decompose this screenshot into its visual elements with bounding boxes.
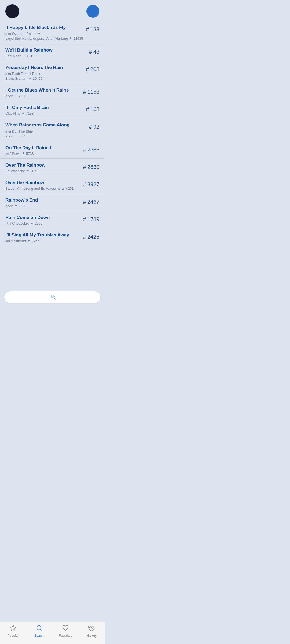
song-number: # 2383 xyxy=(83,145,99,153)
song-title: I'll Sing All My Troubles Away xyxy=(5,232,69,238)
song-item[interactable]: I Get the Blues When It Rains anon 7903 … xyxy=(0,83,105,101)
song-downloads: 7193 xyxy=(26,111,34,115)
song-title: If I Only Had a Brain xyxy=(5,105,49,111)
header xyxy=(0,0,105,21)
song-author: Clay Hine xyxy=(5,111,20,115)
nav-history[interactable]: History xyxy=(79,625,105,638)
download-icon xyxy=(28,77,32,80)
song-number: # 1739 xyxy=(83,215,99,222)
song-info: If I Only Had a Brain Clay Hine 7193 xyxy=(5,105,86,115)
song-number: # 3927 xyxy=(83,180,99,188)
song-author: Lloyd Steinkamp, or poss. Arlen/Harburg xyxy=(5,36,68,41)
app-logo[interactable] xyxy=(5,4,19,18)
song-meta: Phil Cheasebro 2606 xyxy=(5,221,80,225)
song-downloads: 2457 xyxy=(31,239,39,243)
song-title: Over the Rainbow xyxy=(5,180,44,186)
song-item[interactable]: Over the Rainbow Steven Armstrong and Ed… xyxy=(0,176,105,193)
song-downloads: 16102 xyxy=(27,54,36,58)
nav-search[interactable]: Search xyxy=(26,625,53,638)
download-icon xyxy=(27,239,30,243)
song-aka: aka Each Time it Rains xyxy=(5,72,41,76)
search-label: Search xyxy=(34,634,44,638)
song-author: Ed Waesche xyxy=(5,169,25,173)
song-aka: aka Don't be Blue xyxy=(5,129,33,133)
song-title: Over The Rainbow xyxy=(5,162,45,168)
song-author: anon xyxy=(5,134,13,138)
song-title-line: We'll Build a Rainbow xyxy=(5,47,86,53)
song-item[interactable]: I'll Sing All My Troubles Away Jake Shea… xyxy=(0,228,105,246)
song-item[interactable]: When Raindrops Come Along aka Don't be B… xyxy=(0,118,105,141)
song-author: anon xyxy=(5,94,13,98)
song-list: If Happy Little Bluebirds Fly aka Over t… xyxy=(0,21,105,289)
favorites-icon xyxy=(62,625,69,633)
song-downloads: 2723 xyxy=(19,204,26,208)
download-icon xyxy=(21,112,25,115)
song-title: Yesterday I Heard the Rain xyxy=(5,65,63,71)
song-number: # 92 xyxy=(89,122,99,130)
song-title: Rain Come on Down xyxy=(5,215,50,221)
add-button[interactable] xyxy=(86,5,99,18)
song-title-line: Over The Rainbow xyxy=(5,162,80,168)
song-number: # 168 xyxy=(86,105,99,112)
song-title: Rainbow's End xyxy=(5,197,38,203)
song-meta: Jake Shearer 2457 xyxy=(5,239,80,243)
favorites-label: Favorites xyxy=(59,634,72,638)
song-author: Brent Graham xyxy=(5,76,27,80)
song-title-line: When Raindrops Come Along aka Don't be B… xyxy=(5,122,86,133)
popular-label: Popular xyxy=(8,634,19,638)
song-meta: anon 6855 xyxy=(5,134,86,138)
song-downloads: 7903 xyxy=(19,94,26,98)
download-icon xyxy=(14,134,17,138)
song-info: Over the Rainbow Steven Armstrong and Ed… xyxy=(5,180,83,191)
download-icon xyxy=(22,152,25,155)
song-info: I Get the Blues When It Rains anon 7903 xyxy=(5,87,83,98)
song-meta: anon 7903 xyxy=(5,94,80,98)
song-info: If Happy Little Bluebirds Fly aka Over t… xyxy=(5,25,86,41)
song-meta: Mo' Powa 5733 xyxy=(5,152,80,156)
song-meta: anon 2723 xyxy=(5,204,80,208)
song-number: # 2830 xyxy=(83,162,99,170)
download-icon xyxy=(22,54,26,58)
song-title-line: Yesterday I Heard the Rain aka Each Time… xyxy=(5,65,83,76)
song-author: Earl Moon xyxy=(5,54,21,58)
song-info: Rain Come on Down Phil Cheasebro 2606 xyxy=(5,215,83,225)
download-icon xyxy=(61,187,65,190)
download-icon xyxy=(26,169,29,173)
song-title-line: I'll Sing All My Troubles Away xyxy=(5,232,80,238)
song-info: On The Day It Rained Mo' Powa 5733 xyxy=(5,145,83,156)
song-title-line: Over the Rainbow xyxy=(5,180,80,186)
song-item[interactable]: Yesterday I Heard the Rain aka Each Time… xyxy=(0,61,105,83)
song-title: If Happy Little Bluebirds Fly xyxy=(5,25,66,31)
nav-popular[interactable]: Popular xyxy=(0,625,26,638)
song-item[interactable]: If I Only Had a Brain Clay Hine 7193 # 1… xyxy=(0,101,105,118)
search-nav-icon xyxy=(36,625,42,633)
nav-favorites[interactable]: Favorites xyxy=(52,625,79,638)
download-icon xyxy=(14,94,17,98)
song-item[interactable]: On The Day It Rained Mo' Powa 5733 # 238… xyxy=(0,141,105,159)
song-item[interactable]: If Happy Little Bluebirds Fly aka Over t… xyxy=(0,21,105,43)
search-icon: 🔍 xyxy=(51,295,56,300)
song-item[interactable]: Rainbow's End anon 2723 # 2467 xyxy=(0,193,105,211)
search-bar[interactable]: 🔍 xyxy=(4,291,100,303)
download-icon xyxy=(30,222,34,225)
song-title-line: On The Day It Rained xyxy=(5,145,80,151)
song-title: On The Day It Rained xyxy=(5,145,51,151)
song-title: When Raindrops Come Along xyxy=(5,122,70,128)
svg-marker-0 xyxy=(10,625,16,630)
song-item[interactable]: Rain Come on Down Phil Cheasebro 2606 # … xyxy=(0,211,105,228)
song-info: When Raindrops Come Along aka Don't be B… xyxy=(5,122,89,138)
popular-icon xyxy=(10,625,16,633)
song-downloads: 4251 xyxy=(66,186,74,191)
song-meta: Clay Hine 7193 xyxy=(5,111,83,115)
song-downloads: 10469 xyxy=(33,76,42,80)
song-title-line: If I Only Had a Brain xyxy=(5,105,83,111)
svg-point-1 xyxy=(37,625,41,630)
download-icon xyxy=(69,37,72,40)
song-title-line: Rainbow's End xyxy=(5,197,80,203)
song-item[interactable]: We'll Build a Rainbow Earl Moon 16102 # … xyxy=(0,43,105,61)
svg-line-2 xyxy=(41,629,42,630)
song-item[interactable]: Over The Rainbow Ed Waesche 5073 # 2830 xyxy=(0,159,105,176)
download-icon xyxy=(14,204,17,207)
song-downloads: 6855 xyxy=(19,134,26,138)
search-bar-container: 🔍 xyxy=(0,289,105,306)
